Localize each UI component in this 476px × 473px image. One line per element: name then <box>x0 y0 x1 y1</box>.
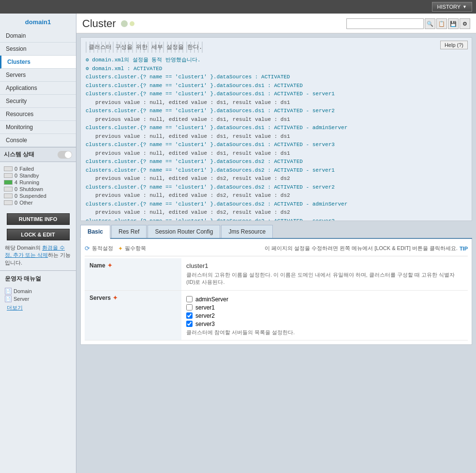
field-desc: 클러스터의 고유한 이름을 설정한다. 이 이름은 도메인 내에서 유일해야 하… <box>186 271 463 286</box>
toggle-button[interactable] <box>58 151 72 159</box>
log-line: ⚙ domain.xml의 설정을 동적 반영했습니다. <box>86 56 467 64</box>
server-checkbox-server3[interactable] <box>186 321 193 327</box>
server-checkbox-adminServer[interactable] <box>186 296 193 302</box>
log-line: clusters.cluster.{? name == 'cluster1' }… <box>86 90 467 98</box>
btn4[interactable]: ⚙ <box>460 18 470 29</box>
status-count: 0 <box>15 166 17 172</box>
server-label-server1: server1 <box>195 304 215 311</box>
page-title-area: Cluster <box>82 17 134 30</box>
page-title: Cluster <box>82 17 116 30</box>
status-bar <box>4 200 13 205</box>
manual-link-domain[interactable]: 📄Domain <box>5 288 71 295</box>
server-checkbox-server1[interactable] <box>186 304 193 310</box>
log-line: previous value : null, edited value : ds… <box>86 208 467 217</box>
tab-basic[interactable]: Basic <box>80 225 110 239</box>
log-line: clusters.cluster.{? name == 'cluster1' }… <box>86 158 467 166</box>
log-line: clusters.cluster.{? name == 'cluster1' }… <box>86 141 467 149</box>
btn3[interactable]: 💾 <box>448 18 459 29</box>
status-bar <box>4 187 13 192</box>
log-line: clusters.cluster.{? name == 'cluster1' }… <box>86 124 467 132</box>
runtime-info-button[interactable]: RUNTIME INFO <box>7 213 70 225</box>
manual-links: 📄Domain📄Server더보기 <box>0 285 76 313</box>
sidebar-item-servers[interactable]: Servers <box>0 69 76 82</box>
server-checkbox-row-adminServer: adminServer <box>186 296 463 303</box>
status-count: 0 <box>15 193 17 199</box>
status-bar <box>4 180 13 185</box>
log-lines-container: ⚙ domain.xml의 설정을 동적 반영했습니다.⚙ domain.xml… <box>86 56 467 221</box>
required-label: 필수항목 <box>125 245 146 252</box>
log-line: ⚙ domain.xml : ACTIVATED <box>86 65 467 73</box>
status-bar <box>4 193 13 198</box>
status-item-shutdown: 0Shutdown <box>4 186 72 192</box>
sidebar-item-session[interactable]: Session <box>0 43 76 56</box>
tip-link[interactable]: TIP <box>460 246 468 251</box>
field-desc: 클러스터에 참여할 서버들의 목록을 설정한다. <box>186 329 463 336</box>
search-button[interactable]: 🔍 <box>425 18 435 29</box>
status-label: Standby <box>19 173 39 178</box>
star-icon: ✦ <box>118 245 123 252</box>
dynamic-setting-item: ⟳ 동적설정 <box>85 245 113 252</box>
main-header: Cluster 🔍 📋 💾 ⚙ <box>76 14 476 33</box>
help-button[interactable]: Help (?) <box>440 41 468 49</box>
dot1 <box>121 20 128 27</box>
manual-link-server[interactable]: 📄Server <box>5 296 71 302</box>
form-table: Name✦cluster1클러스터의 고유한 이름을 설정한다. 이 이름은 도… <box>85 258 468 340</box>
status-item-running: 4Running <box>4 179 72 185</box>
server-checkbox-row-server2: server2 <box>186 312 463 319</box>
status-item-suspended: 0Suspended <box>4 193 72 199</box>
sidebar-item-resources[interactable]: Resources <box>0 108 76 121</box>
server-label-server3: server3 <box>195 321 215 327</box>
tab-session-router-config[interactable]: Session Router Config <box>148 225 220 238</box>
sidebar-item-monitoring[interactable]: Monitoring <box>0 121 76 134</box>
sidebar-item-clusters[interactable]: Clusters <box>0 56 76 69</box>
log-line: clusters.cluster.{? name == 'cluster1' }… <box>86 107 467 115</box>
log-line: clusters.cluster.{? name == 'cluster1' }… <box>86 82 467 90</box>
tab-jms-resource[interactable]: Jms Resource <box>221 225 273 238</box>
status-count: 0 <box>15 173 17 178</box>
more-link[interactable]: 더보기 <box>7 305 23 310</box>
lock-edit-button[interactable]: LOCK & EDIT <box>7 229 70 240</box>
log-line: previous value : null, edited value : ds… <box>86 192 467 200</box>
btn2[interactable]: 📋 <box>436 18 447 29</box>
form-toolbar: ⟳ 동적설정 ✦ 필수항목 이 페이지의 설정을 수정하려면 왼쪽 메뉴에서 [… <box>85 243 468 256</box>
field-label-cell: Servers✦ <box>85 290 181 340</box>
domain-note: 해당 Domain의 환경을 수정, 추가 또는 삭제하는 기능입니다. <box>0 242 76 270</box>
tabs-row: BasicRes RefSession Router ConfigJms Res… <box>80 225 472 239</box>
sidebar-item-security[interactable]: Security <box>0 95 76 108</box>
system-status-label: 시스템 상태 <box>4 150 34 159</box>
server-checkbox-row-server3: server3 <box>186 321 463 327</box>
refresh-icon: ⟳ <box>85 245 90 252</box>
required-star: ✦ <box>107 262 112 269</box>
log-line: previous value : null, edited value : ds… <box>86 149 467 158</box>
status-item-standby: 0Standby <box>4 173 72 178</box>
search-input[interactable] <box>346 18 424 29</box>
tip-area: 이 페이지의 설정을 수정하려면 왼쪽 메뉴에서 [LOCK & EDIT] 버… <box>265 245 468 252</box>
log-line: clusters.cluster.{? name == 'cluster1' }… <box>86 166 467 175</box>
log-line: clusters.cluster.{? name == 'cluster1' }… <box>86 217 467 222</box>
log-line: previous value : null, edited value : ds… <box>86 133 467 141</box>
dynamic-setting-label: 동적설정 <box>92 245 113 252</box>
domain-title[interactable]: domain1 <box>0 14 76 30</box>
history-button[interactable]: HISTORY <box>432 2 472 12</box>
log-area: 클러스터 구성을 위한 세부 설정을 한다. Help (?) ⚙ domain… <box>80 37 472 221</box>
sidebar: domain1 DomainSessionClustersServersAppl… <box>0 14 76 473</box>
tab-res-ref[interactable]: Res Ref <box>111 225 147 238</box>
status-count: 4 <box>15 179 17 185</box>
status-label: Failed <box>19 166 34 172</box>
sidebar-item-domain[interactable]: Domain <box>0 30 76 43</box>
main-content: Cluster 🔍 📋 💾 ⚙ 클러스터 구성을 위한 세부 설정을 한다. H… <box>76 14 476 473</box>
domain-note-link[interactable]: 환경을 수정, 추가 또는 삭제 <box>5 245 65 258</box>
cluster-name-value: cluster1 <box>186 262 463 269</box>
status-bar <box>4 173 13 178</box>
sidebar-item-applications[interactable]: Applications <box>0 82 76 95</box>
title-decoration <box>121 20 134 27</box>
status-count: 0 <box>15 200 17 206</box>
sidebar-item-console[interactable]: Console <box>0 134 76 147</box>
manual-link-label: Domain <box>14 288 32 294</box>
server-checkbox-server2[interactable] <box>186 312 193 319</box>
field-label-text: Name <box>89 262 105 269</box>
log-line: clusters.cluster.{? name == 'cluster1' }… <box>86 183 467 192</box>
search-area: 🔍 📋 💾 ⚙ <box>346 18 470 29</box>
server-checkbox-row-server1: server1 <box>186 304 463 311</box>
doc-icon: 📄 <box>5 296 12 302</box>
